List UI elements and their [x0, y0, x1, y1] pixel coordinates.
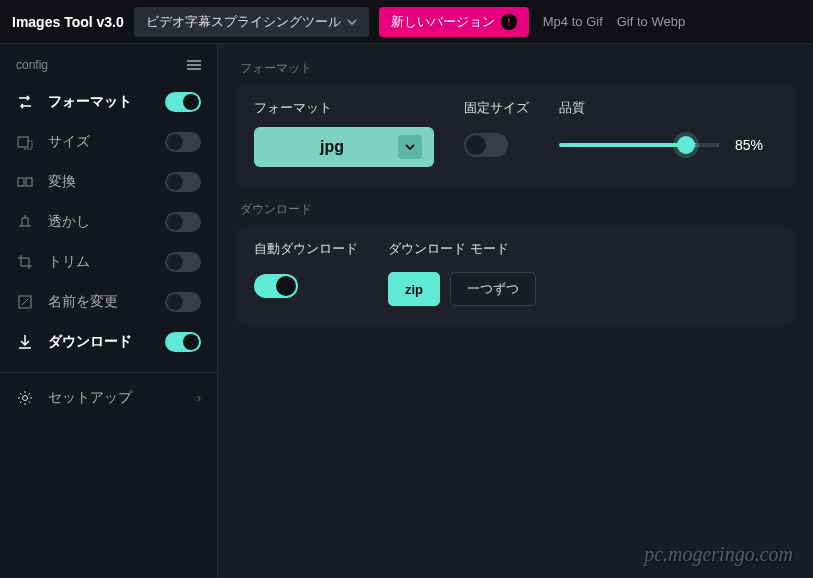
crop-icon	[16, 253, 34, 271]
config-label: config	[16, 58, 48, 72]
new-version-label: 新しいバージョン	[391, 13, 495, 31]
auto-download-label: 自動ダウンロード	[254, 240, 358, 258]
size-toggle[interactable]	[165, 132, 201, 152]
format-section-label: フォーマット	[240, 60, 795, 77]
quality-label: 品質	[559, 99, 777, 117]
chevron-down-icon	[398, 135, 422, 159]
size-icon	[16, 133, 34, 151]
sidebar-item-rename[interactable]: 名前を変更	[0, 282, 217, 322]
auto-download-toggle[interactable]	[254, 274, 298, 298]
watermark-toggle[interactable]	[165, 212, 201, 232]
download-toggle[interactable]	[165, 332, 201, 352]
download-section-label: ダウンロード	[240, 201, 795, 218]
mp4-to-gif-link[interactable]: Mp4 to Gif	[543, 14, 603, 29]
rename-toggle[interactable]	[165, 292, 201, 312]
config-header: config	[0, 52, 217, 82]
convert-icon	[16, 173, 34, 191]
download-mode-one-by-one[interactable]: 一つずつ	[450, 272, 536, 306]
tool-selector-label: ビデオ字幕スプライシングツール	[146, 13, 341, 31]
svg-rect-2	[26, 178, 32, 186]
format-select-value: jpg	[266, 138, 398, 156]
sidebar-item-label: フォーマット	[48, 93, 151, 111]
sidebar-item-label: 透かし	[48, 213, 151, 231]
format-toggle[interactable]	[165, 92, 201, 112]
sidebar-item-size[interactable]: サイズ	[0, 122, 217, 162]
alert-badge-icon: !	[501, 14, 517, 30]
format-field-label: フォーマット	[254, 99, 434, 117]
gear-icon	[16, 389, 34, 407]
sidebar-item-label: サイズ	[48, 133, 151, 151]
sidebar-item-label: トリム	[48, 253, 151, 271]
svg-point-4	[23, 396, 28, 401]
quality-value: 85%	[735, 137, 763, 153]
app-title: Images Tool v3.0	[12, 14, 124, 30]
sidebar-item-convert[interactable]: 変換	[0, 162, 217, 202]
convert-toggle[interactable]	[165, 172, 201, 192]
rename-icon	[16, 293, 34, 311]
main-content: フォーマット フォーマット jpg 固定サイズ 品質	[218, 44, 813, 578]
sidebar-item-download[interactable]: ダウンロード	[0, 322, 217, 362]
watermark-icon	[16, 213, 34, 231]
chevron-down-icon	[347, 17, 357, 27]
svg-rect-0	[18, 137, 28, 147]
sidebar-item-label: 名前を変更	[48, 293, 151, 311]
tool-selector-dropdown[interactable]: ビデオ字幕スプライシングツール	[134, 7, 369, 37]
sidebar-item-format[interactable]: フォーマット	[0, 82, 217, 122]
watermark-text: pc.mogeringo.com	[644, 543, 793, 566]
sidebar-item-label: セットアップ	[48, 389, 183, 407]
fixed-size-toggle[interactable]	[464, 133, 508, 157]
sidebar-item-watermark[interactable]: 透かし	[0, 202, 217, 242]
header: Images Tool v3.0 ビデオ字幕スプライシングツール 新しいバージョ…	[0, 0, 813, 44]
download-icon	[16, 333, 34, 351]
quality-slider[interactable]	[559, 143, 719, 147]
svg-rect-1	[18, 178, 24, 186]
sidebar-item-label: ダウンロード	[48, 333, 151, 351]
download-panel: 自動ダウンロード ダウンロード モード zip 一つずつ	[236, 226, 795, 326]
format-icon	[16, 93, 34, 111]
sidebar-item-label: 変換	[48, 173, 151, 191]
trim-toggle[interactable]	[165, 252, 201, 272]
format-select[interactable]: jpg	[254, 127, 434, 167]
download-mode-label: ダウンロード モード	[388, 240, 536, 258]
format-panel: フォーマット jpg 固定サイズ 品質 85	[236, 85, 795, 187]
hamburger-icon[interactable]	[187, 60, 201, 70]
sidebar-item-setup[interactable]: セットアップ ›	[0, 372, 217, 417]
chevron-right-icon: ›	[197, 391, 201, 405]
new-version-button[interactable]: 新しいバージョン !	[379, 7, 529, 37]
fixed-size-label: 固定サイズ	[464, 99, 529, 117]
sidebar: config フォーマット サイズ 変換	[0, 44, 218, 578]
download-mode-zip[interactable]: zip	[388, 272, 440, 306]
sidebar-item-trim[interactable]: トリム	[0, 242, 217, 282]
gif-to-webp-link[interactable]: Gif to Webp	[617, 14, 685, 29]
